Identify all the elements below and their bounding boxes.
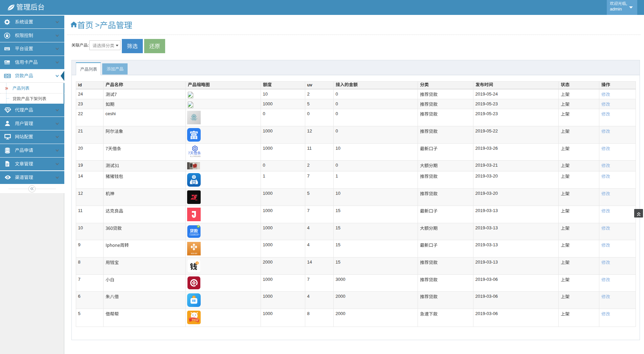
svg-text:1: 1 bbox=[7, 75, 8, 77]
